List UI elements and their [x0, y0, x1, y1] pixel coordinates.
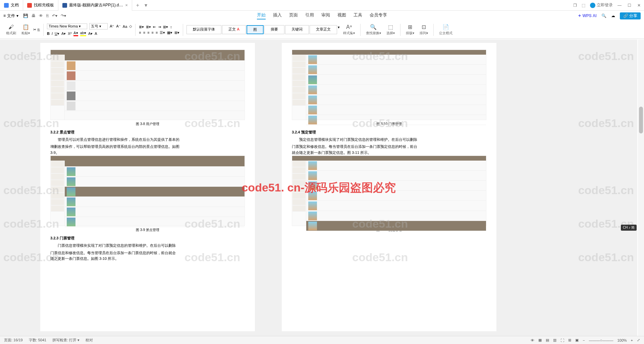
body-text: 管理员可以对景点管理信息进行管理和操作，系统在后台为其提供了基本的	[50, 137, 245, 143]
tab-start[interactable]: 开始	[257, 12, 266, 19]
indent-icon[interactable]: ⇥	[158, 25, 161, 29]
sort-icon[interactable]: ↕	[170, 25, 172, 29]
bullet-icon[interactable]: ≣▾	[139, 25, 144, 29]
highlight-icon[interactable]: ab▾	[80, 31, 86, 36]
superscript-icon[interactable]: X²	[68, 32, 71, 36]
menubar: ≡文件▾ 💾 🖶 👁 ⎘ ↶▾ ↷▾ 开始 插入 页面 引用 审阅 视图 工具 …	[0, 11, 644, 21]
tab-icon[interactable]: ⊞▾	[163, 25, 168, 29]
login-link[interactable]: 立即登录	[590, 2, 613, 8]
tab-page[interactable]: 页面	[289, 12, 298, 19]
document-canvas[interactable]: 图 3-8 用户管理 3.2.2 景点管理 管理员可以对景点管理信息进行管理和操…	[0, 40, 637, 336]
doc-mode-button[interactable]: 📄公文模式	[437, 24, 454, 36]
sort-button[interactable]: ⊞排版▾	[404, 24, 416, 36]
tab-document[interactable]: 最终版-靓丽内蒙古APP(1).d…✕	[58, 0, 132, 11]
paste-button[interactable]: 📋粘贴▾	[19, 24, 32, 36]
underline-icon[interactable]: U▾	[55, 32, 59, 36]
style-keyword[interactable]: 关键词	[285, 25, 309, 34]
fit-icon[interactable]: ⤢	[637, 338, 640, 342]
dropdown-icon[interactable]: ▾	[145, 2, 147, 8]
save-icon[interactable]: 💾	[23, 13, 28, 18]
tab-reference[interactable]: 引用	[305, 12, 314, 19]
tab-tools[interactable]: 工具	[354, 12, 362, 19]
language-badge[interactable]: CH ♪ 简	[621, 225, 637, 231]
style-body[interactable]: 正文 A	[222, 25, 246, 34]
paragraph-shading-icon[interactable]: ▦▾	[167, 31, 172, 35]
search-icon[interactable]: 🔍	[601, 13, 606, 18]
change-case-icon[interactable]: Aa	[123, 24, 127, 28]
redo-icon[interactable]: ↷▾	[61, 13, 66, 18]
align-center-icon[interactable]: ≡	[143, 31, 145, 35]
add-tab-button[interactable]: +	[132, 2, 143, 8]
tab-template[interactable]: 找框壳模板	[23, 0, 58, 11]
page-indicator[interactable]: 页面: 16/19	[4, 338, 23, 343]
style-summary[interactable]: 摘要	[264, 25, 284, 34]
proof-status[interactable]: 校对	[86, 338, 93, 343]
close-icon[interactable]: ✕	[125, 3, 128, 7]
font-combo[interactable]: Times New Roma ▾	[47, 23, 87, 29]
scrollbar-thumb[interactable]	[639, 107, 643, 133]
clear-format-icon[interactable]: ◇	[129, 24, 132, 28]
border-icon[interactable]: ⊞▾	[174, 31, 179, 35]
hamburger-icon: ≡	[3, 13, 6, 18]
font-color-icon[interactable]: A▾	[73, 31, 78, 36]
statusbar: 页面: 16/19 字数: 5041 拼写检查: 打开 ▾ 校对 👁 ▦ ▤ ▥…	[0, 336, 644, 344]
strike-icon[interactable]: A▾	[61, 32, 66, 36]
tab-docs[interactable]: 文档	[0, 0, 23, 11]
increase-font-icon[interactable]: A⁺	[110, 24, 114, 28]
style-article[interactable]: 文章正文	[310, 25, 337, 34]
wps-ai-button[interactable]: ✦ WPS AI	[578, 13, 597, 18]
justify-icon[interactable]: ≡	[152, 31, 154, 35]
print-icon[interactable]: 🖶	[32, 13, 36, 18]
cloud-icon[interactable]: ☁	[611, 13, 615, 18]
share-button[interactable]: 🔗 分享	[620, 12, 641, 19]
tab-member[interactable]: 会员专享	[370, 12, 387, 19]
file-menu[interactable]: ≡文件▾	[3, 13, 18, 19]
format-brush-button[interactable]: 🖌格式刷	[4, 24, 18, 36]
window-icon[interactable]: ❐	[573, 3, 577, 8]
effects-icon[interactable]: A	[95, 32, 97, 36]
select-button[interactable]: ⬚选择▾	[384, 24, 397, 36]
arrange-button[interactable]: ⊡排列▾	[418, 24, 430, 36]
style-pic[interactable]: 图	[247, 25, 264, 34]
align-right-icon[interactable]: ≡	[147, 31, 149, 35]
cube-icon[interactable]: ⬚	[582, 3, 585, 8]
number-icon[interactable]: ≣▾	[146, 25, 151, 29]
zoom-in-icon[interactable]: +	[631, 338, 633, 342]
italic-icon[interactable]: I	[52, 32, 53, 36]
shading-icon[interactable]: A▾	[88, 32, 93, 36]
layout-icon[interactable]: ⊞	[568, 338, 571, 342]
view-fullscreen-icon[interactable]: ⛶	[560, 338, 564, 342]
export-icon[interactable]: ⎘	[46, 13, 49, 18]
bold-icon[interactable]: B	[47, 32, 50, 36]
view-outline-icon[interactable]: ▥	[553, 338, 556, 342]
distribute-icon[interactable]: ≡	[156, 31, 158, 35]
align-left-icon[interactable]: ≡	[139, 31, 141, 35]
tab-review[interactable]: 审阅	[321, 12, 330, 19]
copy-icon[interactable]: ⎘	[38, 28, 40, 32]
cut-icon[interactable]: ✂	[33, 27, 36, 32]
find-replace-button[interactable]: 🔍查找替换▾	[364, 24, 383, 36]
fontsize-combo[interactable]: 五号 ▾	[89, 23, 108, 30]
preview-icon[interactable]: 👁	[39, 13, 43, 18]
view-web-icon[interactable]: ▤	[546, 338, 549, 342]
style-default[interactable]: 默认段落字体	[186, 25, 221, 34]
close-button[interactable]: ✕	[637, 3, 641, 8]
tab-insert[interactable]: 插入	[273, 12, 282, 19]
styles-set-button[interactable]: Aᵃ样式集▾	[341, 24, 357, 36]
view-read-icon[interactable]: 👁	[531, 338, 534, 342]
word-count[interactable]: 字数: 5041	[29, 338, 47, 343]
decrease-font-icon[interactable]: A⁻	[116, 24, 120, 28]
vertical-scrollbar[interactable]	[638, 40, 644, 336]
minimize-button[interactable]: —	[618, 3, 622, 8]
linespacing-icon[interactable]: ☰▾	[160, 31, 165, 35]
layout-icon2[interactable]: ▣	[575, 338, 579, 342]
spellcheck-status[interactable]: 拼写检查: 打开 ▾	[52, 338, 79, 343]
undo-icon[interactable]: ↶▾	[52, 13, 57, 18]
styles-more-icon[interactable]: ▾	[338, 25, 340, 34]
maximize-button[interactable]: ☐	[628, 3, 631, 8]
zoom-out-icon[interactable]: −	[583, 338, 585, 342]
zoom-level[interactable]: 100%	[617, 338, 627, 342]
view-print-icon[interactable]: ▦	[538, 338, 542, 342]
tab-view[interactable]: 视图	[337, 12, 346, 19]
outdent-icon[interactable]: ⇤	[153, 25, 156, 29]
